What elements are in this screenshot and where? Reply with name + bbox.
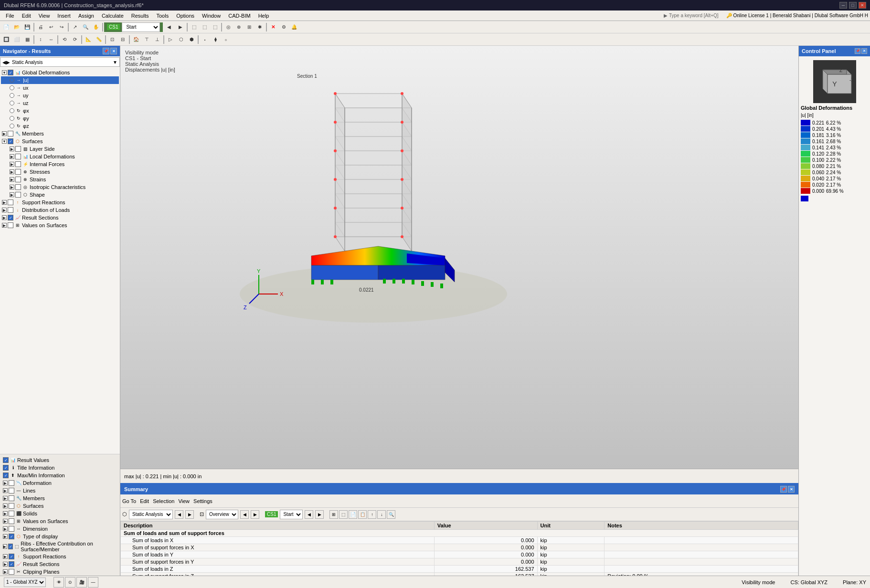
status-icon4[interactable]: — bbox=[88, 577, 98, 588]
tb2-view-iso[interactable]: 🏠 bbox=[131, 34, 141, 45]
statusbar-xyz-select[interactable]: 1 - Global XYZ bbox=[4, 578, 46, 587]
print-button[interactable]: 🖨 bbox=[35, 22, 46, 32]
tb-view1[interactable]: ⬚ bbox=[189, 22, 199, 32]
summary-close[interactable]: ✕ bbox=[788, 486, 795, 493]
summary-cs-prev[interactable]: ◀ bbox=[305, 510, 313, 519]
expand-stresses[interactable]: ▶ bbox=[10, 169, 14, 174]
pan-button[interactable]: ✋ bbox=[91, 22, 101, 32]
summary-ov-next[interactable]: ▶ bbox=[251, 510, 259, 519]
expand-support-r-b[interactable]: ▶ bbox=[3, 554, 8, 559]
check-strains[interactable] bbox=[15, 177, 21, 182]
tree-u[interactable]: → |u| bbox=[1, 76, 119, 84]
nav-values-on-surf-bottom[interactable]: ▶ ⊞ Values on Surfaces bbox=[2, 517, 118, 525]
tree-ux[interactable]: → ux bbox=[1, 84, 119, 92]
analysis-combo[interactable]: ◀▶ Static Analysis ▼ bbox=[0, 57, 120, 67]
radio-phiy[interactable] bbox=[10, 116, 14, 121]
nav-maxmin-info[interactable]: ✓ ⬆ Max/Min Information bbox=[2, 472, 118, 479]
cs-selector[interactable]: CS1 Start bbox=[104, 22, 163, 32]
tree-surfaces[interactable]: ▼ ✓ ⬡ Surfaces bbox=[1, 137, 119, 145]
tree-local-deformations[interactable]: ▶ 📊 Local Deformations bbox=[1, 153, 119, 160]
summary-cs-next[interactable]: ▶ bbox=[315, 510, 324, 519]
nav-surfaces-bottom[interactable]: ▶ ⬡ Surfaces bbox=[2, 502, 118, 510]
expand-deformation[interactable]: ▶ bbox=[3, 481, 8, 485]
next-cs-button[interactable]: ▶ bbox=[175, 22, 186, 32]
summary-goto[interactable]: Go To bbox=[122, 498, 136, 504]
tree-phiz[interactable]: ↻ φz bbox=[1, 122, 119, 130]
sum-tb1[interactable]: ⊞ bbox=[329, 510, 338, 519]
tb2-3[interactable]: ▦ bbox=[22, 34, 32, 45]
tb2-f3[interactable]: ⬦ bbox=[221, 34, 231, 45]
tree-phix[interactable]: ↻ φx bbox=[1, 107, 119, 115]
cs-dropdown[interactable]: Start bbox=[122, 22, 160, 32]
summary-ov-prev[interactable]: ◀ bbox=[240, 510, 249, 519]
summary-pin[interactable]: 📌 bbox=[780, 486, 787, 493]
tb2-f2[interactable]: ⧫ bbox=[210, 34, 221, 45]
check-dist-loads[interactable] bbox=[8, 207, 13, 213]
tb2-sel1[interactable]: ▷ bbox=[165, 34, 176, 45]
expand-solids[interactable]: ▶ bbox=[3, 511, 8, 516]
summary-prev-btn[interactable]: ◀ bbox=[175, 510, 183, 519]
tree-stresses[interactable]: ▶ ⊕ Stresses bbox=[1, 168, 119, 176]
new-button[interactable]: 📄 bbox=[1, 22, 11, 32]
expand-values-surf[interactable]: ▶ bbox=[2, 223, 7, 228]
select-button[interactable]: ↗ bbox=[70, 22, 80, 32]
menu-edit[interactable]: Edit bbox=[18, 12, 35, 20]
radio-u[interactable] bbox=[10, 78, 14, 83]
tree-uz[interactable]: → uz bbox=[1, 99, 119, 107]
sum-tb5[interactable]: ↑ bbox=[368, 510, 376, 519]
zoom-button[interactable]: 🔍 bbox=[80, 22, 91, 32]
check-type-display[interactable]: ✓ bbox=[9, 534, 14, 539]
check-clipping[interactable] bbox=[9, 569, 14, 575]
check-isotropic[interactable] bbox=[15, 184, 21, 190]
redo-button[interactable]: ↪ bbox=[56, 22, 67, 32]
expand-clipping[interactable]: ▶ bbox=[3, 569, 8, 574]
menu-view[interactable]: View bbox=[35, 12, 54, 20]
tree-phiy[interactable]: ↻ φy bbox=[1, 115, 119, 122]
expand-members-b[interactable]: ▶ bbox=[3, 496, 8, 501]
nav-title-info[interactable]: ✓ ℹ Title Information bbox=[2, 464, 118, 472]
status-icon1[interactable]: 👁 bbox=[53, 577, 64, 588]
check-dimension[interactable] bbox=[9, 526, 14, 532]
menu-tools[interactable]: Tools bbox=[152, 12, 172, 20]
nav-dimension[interactable]: ▶ ↔ Dimension bbox=[2, 525, 118, 533]
tree-strains[interactable]: ▶ ⊗ Strains bbox=[1, 176, 119, 183]
menu-calculate[interactable]: Calculate bbox=[98, 12, 127, 20]
status-icon2[interactable]: ⊙ bbox=[65, 577, 75, 588]
tb2-10[interactable]: ⊡ bbox=[107, 34, 117, 45]
expand-support-react[interactable]: ▶ bbox=[2, 200, 7, 205]
menu-options[interactable]: Options bbox=[172, 12, 198, 20]
check-values-s-b[interactable] bbox=[9, 518, 14, 524]
sum-tb6[interactable]: ↓ bbox=[377, 510, 386, 519]
expand-members[interactable]: ▶ bbox=[2, 131, 7, 136]
expand-layer-side[interactable]: ▶ bbox=[10, 147, 14, 151]
nav-lines[interactable]: ▶ — Lines bbox=[2, 487, 118, 494]
menu-window[interactable]: Window bbox=[198, 12, 224, 20]
check-members-b[interactable] bbox=[9, 495, 14, 501]
summary-overview-select[interactable]: Overview bbox=[206, 510, 238, 519]
check-local-def[interactable] bbox=[15, 154, 21, 159]
check-surfaces[interactable]: ✓ bbox=[8, 138, 13, 144]
check-global-def[interactable]: ✓ bbox=[8, 70, 13, 75]
radio-uz[interactable] bbox=[10, 101, 14, 105]
tb-misc1[interactable]: ⚙ bbox=[278, 22, 289, 32]
check-lines[interactable] bbox=[9, 488, 14, 494]
tb2-5[interactable]: ↔ bbox=[46, 34, 56, 45]
check-maxmin-info[interactable]: ✓ bbox=[3, 472, 9, 478]
expand-strains[interactable]: ▶ bbox=[10, 177, 14, 182]
nav-type-of-display[interactable]: ▶ ✓ ⬡ Type of display bbox=[2, 533, 118, 540]
tree-shape[interactable]: ▶ ⬡ Shape bbox=[1, 191, 119, 199]
tb-more1[interactable]: ◎ bbox=[223, 22, 233, 32]
tree-internal-forces[interactable]: ▶ ⚡ Internal Forces bbox=[1, 160, 119, 168]
tb-view3[interactable]: ⬚ bbox=[210, 22, 220, 32]
expand-int-forces[interactable]: ▶ bbox=[10, 162, 14, 167]
check-surfaces-b[interactable] bbox=[9, 503, 14, 509]
nav-members-bottom[interactable]: ▶ 🔧 Members bbox=[2, 494, 118, 502]
undo-button[interactable]: ↩ bbox=[46, 22, 56, 32]
summary-edit[interactable]: Edit bbox=[140, 498, 149, 504]
summary-cs-select[interactable]: Start bbox=[280, 510, 303, 519]
check-ribs[interactable]: ✓ bbox=[8, 544, 13, 549]
radio-ux[interactable] bbox=[10, 85, 14, 90]
check-title-info[interactable]: ✓ bbox=[3, 465, 9, 471]
expand-ribs[interactable]: ▶ bbox=[3, 544, 7, 549]
tb-more4[interactable]: ✱ bbox=[255, 22, 265, 32]
